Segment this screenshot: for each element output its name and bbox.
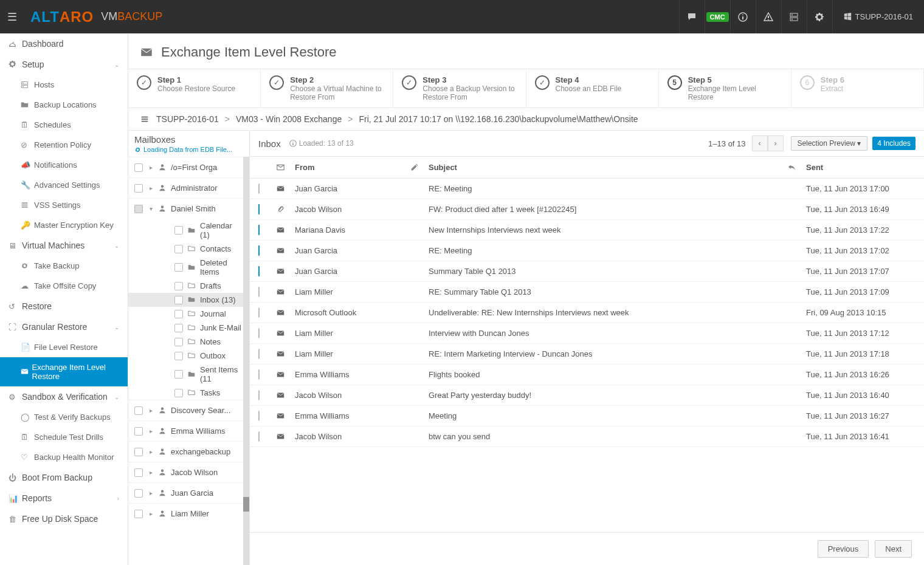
mailbox-row[interactable]: ▸Discovery Sear... (128, 400, 249, 420)
expand-icon[interactable]: ▸ (148, 428, 154, 434)
checkbox[interactable] (174, 370, 183, 378)
sidebar-item-mek[interactable]: 🔑Master Encryption Key (0, 215, 128, 235)
checkbox[interactable] (174, 324, 183, 332)
checkbox[interactable] (258, 349, 260, 359)
mailbox-row[interactable]: ▸exchangebackup (128, 441, 249, 462)
mail-row[interactable]: Juan GarciaRE: MeetingTue, 11 Jun 2013 1… (250, 179, 924, 199)
checkbox[interactable] (258, 431, 260, 442)
previous-button[interactable]: Previous (818, 540, 869, 558)
page-prev-button[interactable]: ‹ (752, 135, 768, 151)
expand-icon[interactable]: ▸ (148, 490, 154, 496)
checkbox[interactable] (258, 390, 260, 400)
folder-row[interactable]: Junk E-Mail (128, 321, 249, 335)
checkbox[interactable] (174, 263, 183, 272)
expand-icon[interactable]: ▸ (148, 164, 154, 171)
sidebar-item-reports[interactable]: 📊Reports› (0, 488, 128, 508)
checkbox[interactable] (174, 352, 183, 360)
expand-icon[interactable]: ▸ (148, 510, 154, 517)
checkbox[interactable] (258, 245, 260, 256)
sidebar-item-schedtest[interactable]: 🗓Schedule Test Drills (0, 427, 128, 447)
selection-preview-button[interactable]: Selection Preview ▾ (791, 136, 868, 151)
mail-row[interactable]: Liam MillerInterview with Duncan JonesTu… (250, 323, 924, 344)
sidebar-item-offsite[interactable]: ☁Take Offsite Copy (0, 276, 128, 296)
checkbox[interactable] (258, 225, 260, 235)
checkbox[interactable] (134, 184, 143, 193)
checkbox[interactable] (174, 338, 183, 346)
sidebar-item-restore[interactable]: ↺Restore (0, 296, 128, 317)
sidebar-item-flr[interactable]: 📄File Level Restore (0, 337, 128, 357)
sidebar-item-hosts[interactable]: Hosts (0, 75, 128, 95)
checkbox[interactable] (258, 183, 260, 194)
mail-row[interactable]: Jacob WilsonGreat Party yesterday buddy!… (250, 385, 924, 406)
checkbox[interactable] (134, 448, 143, 456)
checkbox[interactable] (134, 406, 143, 415)
folder-row[interactable]: Contacts (128, 242, 249, 256)
mail-row[interactable]: Juan GarciaSummary Table Q1 2013Tue, 11 … (250, 261, 924, 282)
wizard-step[interactable]: 5Step 5Exchange Item Level Restore (659, 69, 791, 108)
sidebar-item-advanced[interactable]: 🔧Advanced Settings (0, 175, 128, 195)
expand-icon[interactable]: ▸ (148, 469, 154, 476)
folder-row[interactable]: Journal (128, 307, 249, 321)
mail-row[interactable]: Mariana DavisNew Internships Interviews … (250, 220, 924, 241)
checkbox[interactable] (134, 489, 143, 498)
checkbox[interactable] (258, 328, 260, 338)
checkbox[interactable] (258, 204, 260, 214)
server-icon[interactable] (781, 0, 807, 33)
wizard-step[interactable]: Step 1Choose Restore Source (128, 69, 261, 108)
mail-row[interactable]: Emma WilliamsFlights bookedTue, 11 Jun 2… (250, 365, 924, 385)
sidebar-item-setup[interactable]: Setup⌄ (0, 54, 128, 75)
mailbox-row[interactable]: ▸/o=First Orga (128, 157, 249, 177)
expand-icon[interactable]: ▸ (148, 448, 154, 455)
checkbox[interactable] (258, 287, 260, 297)
next-button[interactable]: Next (875, 540, 912, 558)
checkbox[interactable] (134, 427, 143, 436)
checkbox[interactable] (134, 510, 143, 518)
sidebar-item-vss[interactable]: VSS Settings (0, 195, 128, 215)
includes-badge[interactable]: 4 Includes (872, 137, 915, 150)
sidebar-item-retention[interactable]: ⊘Retention Policy (0, 135, 128, 155)
expand-icon[interactable]: ▸ (148, 185, 154, 191)
mailbox-row[interactable]: ▾Daniel Smith (128, 198, 249, 219)
mail-row[interactable]: Jacob WilsonFW: Product died after 1 wee… (250, 199, 924, 220)
folder-row[interactable]: Notes (128, 335, 249, 349)
folder-row[interactable]: Tasks (128, 386, 249, 400)
folder-row[interactable]: Calendar (1) (128, 219, 249, 242)
folder-row[interactable]: Deleted Items (128, 256, 249, 279)
sidebar-item-eilr[interactable]: Exchange Item Level Restore (0, 357, 128, 386)
sidebar-item-vms[interactable]: 🖥Virtual Machines⌄ (0, 235, 128, 256)
checkbox[interactable] (174, 282, 183, 290)
page-next-button[interactable]: › (768, 135, 784, 151)
checkbox[interactable] (174, 296, 183, 304)
mailbox-row[interactable]: ▸Liam Miller (128, 503, 249, 524)
mailbox-row[interactable]: ▸Administrator (128, 177, 249, 198)
expand-icon[interactable]: ▾ (148, 205, 154, 212)
mail-row[interactable]: Emma WilliamsMeetingTue, 11 Jun 2013 16:… (250, 406, 924, 426)
col-from[interactable]: From (295, 163, 410, 172)
checkbox[interactable] (258, 307, 260, 318)
col-subject[interactable]: Subject (429, 163, 788, 172)
checkbox[interactable] (174, 310, 183, 318)
host-label[interactable]: TSUPP-2016-01 (832, 0, 924, 33)
wizard-step[interactable]: Step 3Choose a Backup Version to Restore… (393, 69, 526, 108)
checkbox[interactable] (258, 369, 260, 380)
folder-row[interactable]: Inbox (13) (128, 293, 249, 307)
mail-row[interactable]: Liam MillerRE: Intern Marketing Intervie… (250, 344, 924, 365)
expand-icon[interactable]: ▸ (148, 407, 154, 414)
col-sent[interactable]: Sent (806, 163, 915, 172)
info-icon[interactable] (730, 0, 756, 33)
folder-row[interactable]: Outbox (128, 349, 249, 363)
checkbox[interactable] (134, 468, 143, 477)
mail-row[interactable]: Microsoft OutlookUndeliverable: RE: New … (250, 303, 924, 323)
sidebar-item-bhm[interactable]: ♡Backup Health Monitor (0, 447, 128, 467)
checkbox[interactable] (134, 163, 143, 172)
mailbox-row[interactable]: ▸Emma Williams (128, 420, 249, 441)
mailbox-row[interactable]: ▸Jacob Wilson (128, 462, 249, 482)
sidebar-item-notifications[interactable]: 📣Notifications (0, 155, 128, 175)
checkbox[interactable] (174, 389, 183, 397)
sidebar-toggle[interactable]: ☰ (0, 10, 24, 24)
checkbox[interactable] (134, 205, 143, 213)
crumb-host[interactable]: TSUPP-2016-01 (156, 114, 219, 124)
sidebar-item-sandbox[interactable]: ⚙Sandbox & Verification⌄ (0, 386, 128, 407)
wizard-step[interactable]: Step 4Choose an EDB File (526, 69, 659, 108)
sidebar-item-dashboard[interactable]: Dashboard (0, 33, 128, 54)
